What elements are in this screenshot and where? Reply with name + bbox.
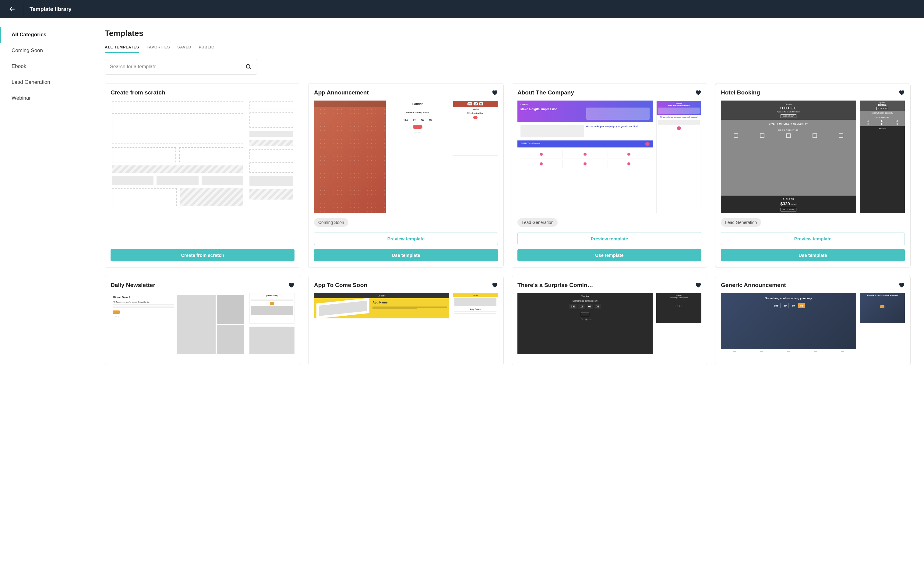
card-category-tag: Lead Generation <box>721 218 761 227</box>
thumb-hotel-label: HOTEL <box>861 104 904 106</box>
thumb-celebrity-label: LIVE IT UP LIKE A CELEBRITY <box>860 111 905 115</box>
countdown-box: 03 <box>798 303 805 308</box>
thumb-louder-label: Louder <box>453 107 497 112</box>
thumb-amenities-label: ROOM AMENITIES <box>723 129 854 131</box>
thumb-quoter-label: Quoter <box>723 103 854 106</box>
card-thumbnail: Louder We're Coming Soon 170 12 58 35 ○ … <box>314 101 498 213</box>
card-thumbnail: Quoter Something's coming soon! 231 19 0… <box>518 293 701 354</box>
favorite-button[interactable] <box>695 89 701 97</box>
card-title: There's a Surprise Comin… <box>518 282 593 289</box>
card-category-tag: Lead Generation <box>518 218 558 227</box>
card-thumbnail: Quoter HOTEL Right at the heart of the t… <box>721 101 905 213</box>
sidebar-item-webinar[interactable]: Webinar <box>0 90 91 106</box>
thumb-brand-name: [Brand Name] <box>251 295 293 296</box>
countdown-box: 33 <box>595 304 601 309</box>
heart-icon <box>288 282 294 288</box>
thumb-digital-impression-label: Make a digital impression <box>521 107 584 111</box>
preview-template-button[interactable]: Preview template <box>721 232 905 245</box>
template-card: Daily Newsletter [Brand Name] All the ne… <box>105 276 300 365</box>
template-card: App To Come Soon Louder App Name <box>308 276 504 365</box>
favorite-button[interactable] <box>695 282 701 289</box>
favorite-button[interactable] <box>288 282 294 289</box>
tabs: ALL TEMPLATES FAVORITES SAVED PUBLIC <box>105 45 911 53</box>
search-icon <box>245 63 252 70</box>
heart-icon <box>491 282 498 288</box>
thumb-per-night: / NIGHT <box>790 204 797 206</box>
countdown-box: 12 <box>474 102 478 106</box>
thumb-quoter-label: Quoter <box>658 294 700 296</box>
countdown-box: 35 <box>427 118 433 123</box>
back-button[interactable] <box>6 3 18 15</box>
favorite-button[interactable] <box>898 282 905 289</box>
template-card: About The Company Louder Make a digital … <box>512 83 707 268</box>
thumb-coming-soon-label: We're Coming Soon <box>453 112 497 115</box>
countdown-box: 12 <box>411 118 417 123</box>
thumb-campaign-label: We can make your campaign your growth ma… <box>586 125 650 137</box>
countdown-box: 03 <box>479 102 483 106</box>
card-title: Daily Newsletter <box>110 282 155 289</box>
thumb-digital-impression-label: Make a digital impression <box>658 104 700 106</box>
thumb-brand-name: [Brand Name] <box>113 295 174 298</box>
favorite-button[interactable] <box>491 89 498 97</box>
card-title: Generic Announcement <box>721 282 786 289</box>
card-thumbnail: Something cool is coming your way 158 19… <box>721 293 905 354</box>
page-header-title: Template library <box>30 6 72 13</box>
thumb-tell-problem-label: Tell Us Your Problem <box>521 142 540 146</box>
card-title: App To Come Soon <box>314 282 367 289</box>
thumb-hotel-tag: Right at the heart of the town <box>723 111 854 113</box>
use-template-button[interactable]: Use template <box>721 249 905 262</box>
thumb-amenities-label: ROOM AMENITIES <box>860 115 905 120</box>
thumb-newsletter-sub: All the news you need to get you through… <box>113 301 174 303</box>
template-card: There's a Surprise Comin… Quoter Somethi… <box>512 276 707 365</box>
heart-icon <box>898 89 905 96</box>
svg-line-2 <box>249 68 251 69</box>
page-title: Templates <box>105 28 911 38</box>
arrow-left-icon <box>9 6 16 13</box>
main-content: Templates ALL TEMPLATES FAVORITES SAVED … <box>91 18 924 376</box>
svg-point-1 <box>246 65 250 68</box>
use-template-button[interactable]: Use template <box>518 249 701 262</box>
thumb-something-coming: Something's coming soon! <box>518 300 653 302</box>
thumb-louder-label: Louder <box>453 293 497 297</box>
sidebar-item-all-categories[interactable]: All Categories <box>0 27 91 43</box>
card-title: App Announcement <box>314 89 369 96</box>
thumb-app-name: App Name <box>373 301 447 304</box>
tab-saved[interactable]: SAVED <box>177 45 191 53</box>
thumb-campaign-label: We can make your campaign your growth ma… <box>656 115 701 119</box>
preview-template-button[interactable]: Preview template <box>518 232 701 245</box>
card-title: Create from scratch <box>110 89 165 96</box>
thumb-aclass-label: A-CLASS <box>860 126 905 130</box>
countdown-box: 231 <box>569 304 577 309</box>
thumb-quoter-label: Quoter <box>518 293 653 300</box>
tab-favorites[interactable]: FAVORITES <box>146 45 170 53</box>
card-title: About The Company <box>518 89 574 96</box>
use-template-button[interactable]: Use template <box>314 249 498 262</box>
thumb-price-label: $320 <box>780 201 790 206</box>
sidebar-item-coming-soon[interactable]: Coming Soon <box>0 43 91 58</box>
preview-template-button[interactable]: Preview template <box>314 232 498 245</box>
sidebar-item-ebook[interactable]: Ebook <box>0 58 91 74</box>
card-thumbnail: [Brand Name] All the news you need to ge… <box>110 293 294 354</box>
favorite-button[interactable] <box>491 282 498 289</box>
thumb-louder-label: Louder <box>388 102 447 106</box>
favorite-button[interactable] <box>898 89 905 97</box>
heart-icon <box>695 89 701 96</box>
search-input[interactable] <box>110 64 245 69</box>
countdown-box: 19 <box>790 303 797 308</box>
thumb-book-now: BOOK NOW <box>781 114 796 118</box>
template-card-scratch: Create from scratch <box>105 83 300 268</box>
tab-public[interactable]: PUBLIC <box>198 45 214 53</box>
thumb-coming-soon-label: We're Coming Soon <box>388 109 447 116</box>
thumb-louder-label: Louder <box>521 103 650 106</box>
search-box <box>105 59 257 75</box>
countdown-box: 158 <box>772 303 781 308</box>
heart-icon <box>695 282 701 288</box>
sidebar-item-lead-generation[interactable]: Lead Generation <box>0 74 91 90</box>
tab-all-templates[interactable]: ALL TEMPLATES <box>105 45 139 53</box>
thumb-louder-label: Louder <box>658 102 700 104</box>
create-from-scratch-button[interactable]: Create from scratch <box>110 249 294 262</box>
thumb-celebrity-label: LIVE IT UP LIKE A CELEBRITY <box>723 123 854 125</box>
countdown-box: 06 <box>587 304 593 309</box>
thumb-aclass-label: A-CLASS <box>723 198 854 200</box>
thumb-book-now: BOOK NOW <box>781 208 796 211</box>
